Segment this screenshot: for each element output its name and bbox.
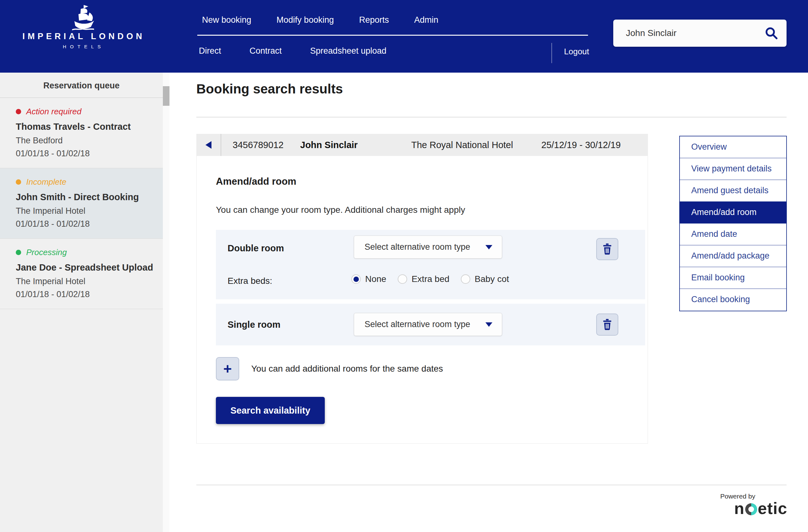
delete-room-button[interactable] [596, 313, 618, 336]
search-box [613, 20, 787, 47]
search-icon[interactable] [765, 26, 778, 40]
queue-item-dates: 01/01/18 - 01/02/18 [16, 149, 157, 159]
status-row: Incomplete [16, 177, 157, 187]
booking-result-row[interactable]: 3456789012 John Sinclair The Royal Natio… [196, 134, 648, 156]
reservation-queue-sidebar: Reservation queue Action required Thomas… [0, 73, 169, 532]
radio-label: None [365, 274, 386, 284]
ship-logo-icon [19, 4, 148, 32]
triangle-left-icon [205, 141, 212, 149]
menu-item-cancel-booking[interactable]: Cancel booking [680, 289, 786, 311]
nav-spreadsheet-upload[interactable]: Spreadsheet upload [310, 46, 387, 56]
primary-nav: New booking Modify booking Reports Admin [202, 15, 438, 25]
status-label: Processing [26, 247, 67, 257]
booking-guest-name: John Sinclair [300, 140, 411, 150]
status-row: Action required [16, 107, 157, 116]
queue-item-hotel: The Imperial Hotel [16, 277, 157, 286]
room-type-label: Double room [227, 243, 284, 254]
section-title: Amend/add room [216, 176, 296, 187]
radio-baby-cot[interactable]: Baby cot [461, 274, 509, 284]
menu-item-email-booking[interactable]: Email booking [680, 267, 786, 289]
queue-item-hotel: The Bedford [16, 136, 157, 146]
menu-item-overview[interactable]: Overview [680, 136, 786, 158]
room-select-placeholder: Select alternative room type [354, 242, 485, 252]
trash-icon [602, 318, 613, 331]
extra-beds-radio-group: None Extra bed Baby cot [351, 274, 509, 284]
noetic-logo-o-icon [745, 503, 757, 515]
booking-action-menu: Overview View payment details Amend gues… [679, 136, 787, 311]
queue-item-name: John Smith - Direct Booking [16, 192, 157, 202]
status-label: Action required [26, 107, 81, 116]
nav-underline [197, 35, 588, 36]
nav-reports[interactable]: Reports [359, 15, 389, 25]
menu-item-amend-add-package[interactable]: Amend/add package [680, 245, 786, 267]
status-row: Processing [16, 247, 157, 257]
booking-hotel: The Royal National Hotel [411, 140, 541, 150]
search-input[interactable] [613, 28, 765, 38]
page-title: Booking search results [196, 81, 343, 97]
nav-admin[interactable]: Admin [414, 15, 438, 25]
nav-contract[interactable]: Contract [250, 46, 282, 56]
queue-item-hotel: The Imperial Hotel [16, 206, 157, 216]
status-dot [16, 250, 21, 255]
search-availability-button[interactable]: Search availability [216, 397, 325, 424]
menu-item-view-payment-details[interactable]: View payment details [680, 158, 786, 180]
booking-card: 3456789012 John Sinclair The Royal Natio… [196, 134, 648, 444]
queue-item-john-smith[interactable]: Incomplete John Smith - Direct Booking T… [0, 168, 163, 239]
room-select-placeholder: Select alternative room type [354, 319, 485, 329]
plus-icon: + [223, 362, 232, 376]
chevron-down-icon [485, 245, 492, 250]
noetic-logo-etic: etic [758, 499, 788, 518]
room-panel-double: Double room Select alternative room type… [216, 230, 645, 299]
nav-modify-booking[interactable]: Modify booking [276, 15, 334, 25]
title-rule [196, 117, 787, 117]
brand-subtitle: HOTELS [19, 44, 148, 49]
room-type-select[interactable]: Select alternative room type [354, 313, 502, 336]
add-room-button[interactable]: + [216, 357, 239, 381]
radio-extra-bed[interactable]: Extra bed [398, 274, 449, 284]
room-type-label: Single room [227, 319, 280, 330]
header-divider [551, 43, 552, 63]
top-header-bar: IMPERIAL LONDON HOTELS New booking Modif… [0, 0, 808, 73]
room-panel-single: Single room Select alternative room type [216, 304, 645, 345]
brand-logo: IMPERIAL LONDON HOTELS [19, 4, 148, 49]
menu-item-amend-guest-details[interactable]: Amend guest details [680, 180, 786, 202]
queue-item-jane-doe[interactable]: Processing Jane Doe - Spreadsheet Upload… [0, 239, 163, 309]
noetic-logo-n: n [734, 499, 745, 518]
status-label: Incomplete [26, 177, 66, 187]
status-dot [16, 109, 21, 114]
booking-dates: 25/12/19 - 30/12/19 [541, 140, 621, 150]
add-room-hint: You can add additional rooms for the sam… [251, 364, 443, 374]
queue-item-dates: 01/01/18 - 01/02/18 [16, 219, 157, 229]
footer-rule [196, 485, 787, 485]
queue-item-thomas-travels[interactable]: Action required Thomas Travels - Contrac… [0, 98, 163, 168]
delete-room-button[interactable] [596, 238, 618, 260]
radio-label: Baby cot [475, 274, 509, 284]
nav-direct[interactable]: Direct [199, 46, 221, 56]
radio-label: Extra bed [411, 274, 449, 284]
sidebar-scrollbar-thumb[interactable] [163, 86, 169, 106]
menu-item-amend-add-room[interactable]: Amend/add room [680, 202, 786, 223]
logout-button[interactable]: Logout [564, 47, 589, 56]
sidebar-scrollbar-track [163, 73, 169, 532]
radio-circle [398, 274, 407, 284]
section-description: You can change your room type. Additiona… [216, 205, 465, 215]
trash-icon [602, 243, 613, 255]
noetic-logo: netic [734, 499, 787, 518]
radio-none[interactable]: None [351, 274, 386, 284]
extra-beds-label: Extra beds: [227, 276, 272, 286]
brand-name: IMPERIAL LONDON [19, 32, 148, 41]
collapse-booking-button[interactable] [196, 134, 221, 156]
status-dot [16, 179, 21, 185]
room-type-select[interactable]: Select alternative room type [354, 236, 502, 259]
queue-item-name: Jane Doe - Spreadsheet Upload [16, 262, 157, 273]
radio-circle-checked [351, 274, 361, 284]
queue-item-dates: 01/01/18 - 01/02/18 [16, 290, 157, 299]
secondary-nav: Direct Contract Spreadsheet upload [199, 46, 386, 56]
nav-new-booking[interactable]: New booking [202, 15, 251, 25]
add-room-row: + You can add additional rooms for the s… [216, 357, 443, 381]
booking-id: 3456789012 [221, 140, 300, 150]
radio-circle [461, 274, 470, 284]
menu-item-amend-date[interactable]: Amend date [680, 223, 786, 245]
queue-item-name: Thomas Travels - Contract [16, 122, 157, 132]
chevron-down-icon [485, 322, 492, 327]
